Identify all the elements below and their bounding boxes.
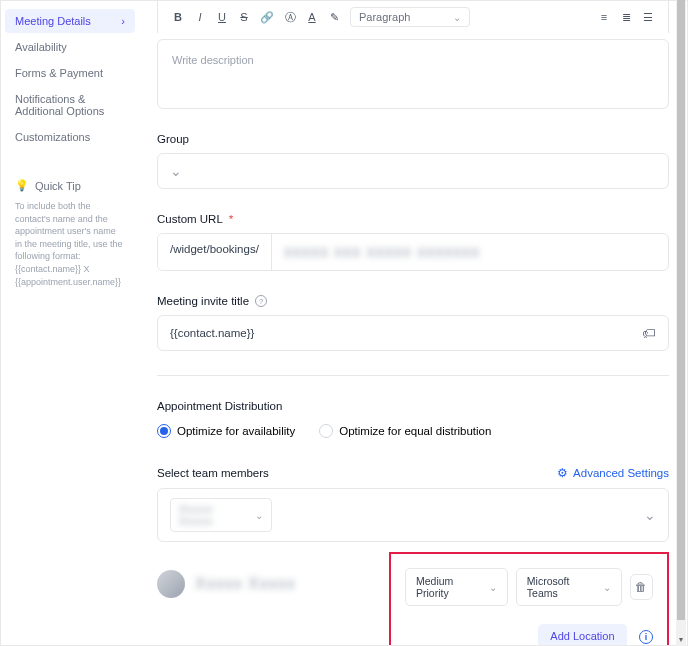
meeting-title-label: Meeting invite title? (157, 295, 669, 307)
radio-availability[interactable]: Optimize for availability (157, 424, 295, 438)
bulb-icon: 💡 (15, 179, 29, 192)
add-location-button[interactable]: Add Location (538, 624, 626, 645)
radio-icon (157, 424, 171, 438)
ordered-list-icon[interactable]: ≣ (620, 11, 632, 24)
chevron-down-icon: ⌄ (603, 582, 611, 593)
scrollbar[interactable]: ▾ (676, 0, 686, 646)
custom-url-field[interactable]: /widget/bookings/ xxxxx xxx xxxxx xxxxxx… (157, 233, 669, 271)
nav-meeting-details[interactable]: Meeting Details› (5, 9, 135, 33)
url-prefix: /widget/bookings/ (158, 234, 272, 270)
delete-button[interactable]: 🗑 (630, 574, 653, 600)
nav-availability[interactable]: Availability (5, 35, 135, 59)
team-tag[interactable]: Xxxxx Xxxxx⌄ (170, 498, 272, 532)
divider (157, 375, 669, 376)
quick-tip: 💡Quick Tip To include both the contact's… (5, 169, 135, 298)
sidebar: Meeting Details› Availability Forms & Pa… (1, 1, 139, 645)
scroll-down-icon[interactable]: ▾ (676, 632, 686, 646)
info-icon[interactable]: i (639, 630, 653, 644)
distribution-label: Appointment Distribution (157, 400, 669, 412)
format-select[interactable]: Paragraph⌄ (350, 7, 470, 27)
member-name: Xxxxx Xxxxx (195, 575, 296, 593)
gear-icon: ⚙ (557, 466, 568, 480)
required-icon: * (229, 213, 233, 225)
nav-notifications[interactable]: Notifications & Additional Options (5, 87, 135, 123)
nav-forms-payment[interactable]: Forms & Payment (5, 61, 135, 85)
radio-icon (319, 424, 333, 438)
group-label: Group (157, 133, 669, 145)
chevron-down-icon: ⌄ (489, 582, 497, 593)
align-icon[interactable]: ≡ (598, 11, 610, 23)
clear-format-icon[interactable]: Ⓐ (284, 10, 296, 25)
link-icon[interactable]: 🔗 (260, 11, 274, 24)
team-select[interactable]: Xxxxx Xxxxx⌄ (157, 488, 669, 542)
tip-text: To include both the contact's name and t… (15, 200, 125, 288)
scrollbar-thumb[interactable] (677, 0, 685, 620)
chevron-down-icon: ⌄ (255, 510, 263, 521)
nav-customizations[interactable]: Customizations (5, 125, 135, 149)
bold-icon[interactable]: B (172, 11, 184, 23)
url-value[interactable]: xxxxx xxx xxxxx xxxxxxx (272, 234, 668, 270)
custom-url-label: Custom URL* (157, 213, 669, 225)
advanced-settings-link[interactable]: ⚙Advanced Settings (557, 466, 669, 480)
italic-icon[interactable]: I (194, 11, 206, 23)
avatar (157, 570, 185, 598)
distribution-radios: Optimize for availability Optimize for e… (157, 424, 669, 438)
location-config-box: Medium Priority⌄ Microsoft Teams⌄ 🗑 Add … (389, 552, 669, 645)
tag-icon[interactable]: 🏷 (642, 325, 656, 341)
strike-icon[interactable]: S (238, 11, 250, 23)
help-icon[interactable]: ? (255, 295, 267, 307)
highlight-icon[interactable]: ✎ (328, 11, 340, 24)
rich-text-toolbar: B I U S 🔗 Ⓐ A ✎ Paragraph⌄ ≡ ≣ ☰ (157, 1, 669, 33)
main-panel: B I U S 🔗 Ⓐ A ✎ Paragraph⌄ ≡ ≣ ☰ Write d… (139, 1, 687, 645)
description-input[interactable]: Write description (157, 39, 669, 109)
team-member-row: Xxxxx Xxxxx (157, 570, 296, 598)
select-team-label: Select team members (157, 467, 269, 479)
chevron-right-icon: › (121, 15, 125, 27)
group-select[interactable] (157, 153, 669, 189)
text-color-icon[interactable]: A (306, 11, 318, 23)
radio-equal[interactable]: Optimize for equal distribution (319, 424, 491, 438)
meeting-title-input[interactable]: {{contact.name}}🏷 (157, 315, 669, 351)
underline-icon[interactable]: U (216, 11, 228, 23)
unordered-list-icon[interactable]: ☰ (642, 11, 654, 24)
priority-select[interactable]: Medium Priority⌄ (405, 568, 508, 606)
trash-icon: 🗑 (635, 580, 647, 594)
chevron-down-icon: ⌄ (453, 12, 461, 23)
location-select[interactable]: Microsoft Teams⌄ (516, 568, 622, 606)
